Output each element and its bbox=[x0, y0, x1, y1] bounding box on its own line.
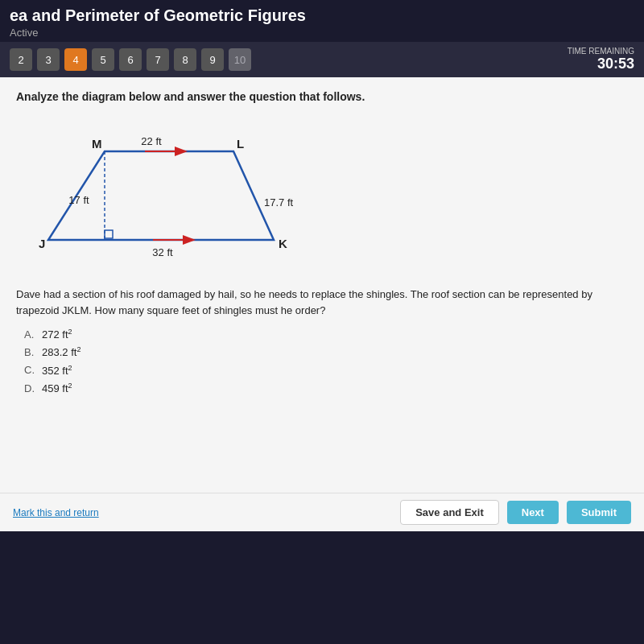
vertex-k: K bbox=[279, 237, 287, 250]
choice-d-text: 459 ft2 bbox=[42, 382, 72, 394]
trapezoid-diagram: J K L M 22 ft 32 ft 17.7 ft 17 ft bbox=[24, 111, 322, 272]
nav-item-8[interactable]: 8 bbox=[174, 48, 196, 71]
choice-b[interactable]: B. 283.2 ft2 bbox=[24, 345, 628, 358]
height-dimension: 17 ft bbox=[68, 194, 89, 206]
choice-b-letter: B. bbox=[24, 346, 42, 358]
time-label: TIME REMAINING bbox=[568, 47, 634, 56]
subtitle: Active bbox=[10, 27, 634, 39]
choice-b-text: 283.2 ft2 bbox=[42, 345, 80, 358]
submit-button[interactable]: Submit bbox=[567, 501, 631, 524]
bottom-dimension: 32 ft bbox=[152, 246, 173, 258]
top-bar: ea and Perimeter of Geometric Figures Ac… bbox=[0, 0, 644, 42]
choice-d-letter: D. bbox=[24, 382, 42, 394]
choice-d[interactable]: D. 459 ft2 bbox=[24, 382, 628, 394]
nav-item-9[interactable]: 9 bbox=[201, 48, 224, 71]
nav-item-6[interactable]: 6 bbox=[119, 48, 142, 71]
dark-bottom-area bbox=[0, 531, 644, 644]
nav-bar: 2 3 4 5 6 7 8 9 10 TIME REMAINING 30:53 bbox=[0, 42, 644, 77]
nav-item-3[interactable]: 3 bbox=[37, 48, 60, 71]
top-dimension: 22 ft bbox=[141, 135, 162, 147]
question-instruction: Analyze the diagram below and answer the… bbox=[16, 90, 628, 103]
vertex-j: J bbox=[39, 237, 45, 250]
save-exit-button[interactable]: Save and Exit bbox=[400, 500, 499, 525]
nav-item-7[interactable]: 7 bbox=[147, 48, 169, 71]
content-area: Analyze the diagram below and answer the… bbox=[0, 77, 644, 493]
svg-rect-2 bbox=[105, 230, 113, 238]
mark-return-link[interactable]: Mark this and return bbox=[13, 507, 99, 518]
diagram-container: J K L M 22 ft 32 ft 17.7 ft 17 ft bbox=[24, 111, 628, 275]
time-value: 30:53 bbox=[568, 56, 634, 72]
nav-item-10[interactable]: 10 bbox=[229, 48, 251, 71]
question-text: Dave had a section of his roof damaged b… bbox=[16, 287, 628, 318]
nav-item-4[interactable]: 4 bbox=[64, 48, 87, 71]
side-dimension: 17.7 ft bbox=[264, 196, 294, 208]
page-title: ea and Perimeter of Geometric Figures bbox=[10, 6, 634, 25]
choice-c-letter: C. bbox=[24, 364, 42, 376]
answer-choices: A. 272 ft2 B. 283.2 ft2 C. 352 ft2 D. 45… bbox=[24, 328, 628, 394]
choice-c[interactable]: C. 352 ft2 bbox=[24, 364, 628, 377]
time-remaining: TIME REMAINING 30:53 bbox=[568, 47, 634, 72]
choice-a[interactable]: A. 272 ft2 bbox=[24, 328, 628, 341]
choice-a-letter: A. bbox=[24, 328, 42, 341]
nav-item-5[interactable]: 5 bbox=[92, 48, 114, 71]
bottom-bar: Mark this and return Save and Exit Next … bbox=[0, 493, 644, 531]
choice-c-text: 352 ft2 bbox=[42, 364, 72, 377]
choice-a-text: 272 ft2 bbox=[42, 328, 72, 341]
nav-item-2[interactable]: 2 bbox=[10, 48, 32, 71]
vertex-l: L bbox=[237, 137, 244, 151]
vertex-m: M bbox=[92, 137, 102, 151]
next-button[interactable]: Next bbox=[507, 501, 559, 524]
